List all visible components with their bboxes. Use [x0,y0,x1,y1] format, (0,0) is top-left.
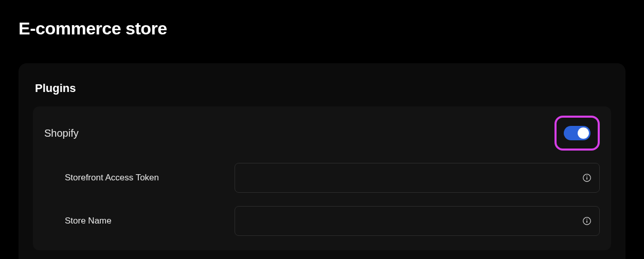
plugin-name: Shopify [44,127,79,139]
shopify-plugin-card: Shopify Storefront Access Token [33,106,611,250]
info-icon[interactable] [582,173,592,182]
store-name-row: Store Name [65,206,600,236]
storefront-token-label: Storefront Access Token [65,173,235,183]
info-icon[interactable] [582,216,592,226]
svg-point-5 [586,219,587,220]
storefront-token-row: Storefront Access Token [65,163,600,193]
toggle-knob [578,127,589,139]
storefront-token-input[interactable] [235,163,600,193]
storefront-token-input-wrap [235,163,600,193]
store-name-input-wrap [235,206,600,236]
store-name-input[interactable] [235,206,600,236]
plugin-header: Shopify [44,116,600,151]
svg-point-2 [586,176,587,177]
toggle-highlight-ring [554,116,600,151]
plugins-card: Plugins Shopify Storefront Access Token [19,63,625,259]
shopify-enable-toggle[interactable] [564,126,591,140]
plugins-section-title: Plugins [35,82,611,95]
page-title: E-commerce store [19,18,625,39]
store-name-label: Store Name [65,216,235,226]
